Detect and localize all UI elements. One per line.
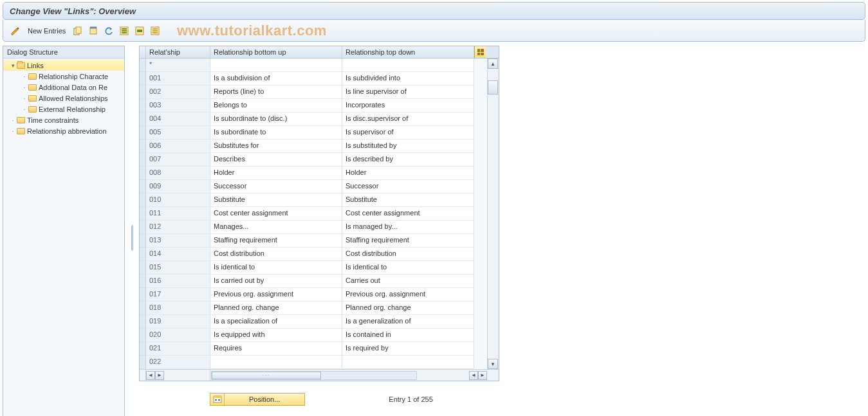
row-selector[interactable]	[140, 275, 146, 288]
row-selector[interactable]	[140, 315, 146, 329]
table-row[interactable]: 013Staffing requirementStaffing requirem…	[140, 234, 487, 248]
position-button[interactable]: Position...	[210, 393, 305, 406]
tree-toggle-icon[interactable]: ·	[21, 95, 28, 102]
cell-relationship[interactable]: 020	[146, 329, 210, 342]
row-selector[interactable]	[140, 356, 146, 369]
cell-bottom-up[interactable]: Substitutes for	[210, 140, 342, 153]
cell-top-down[interactable]: Is line supervisor of	[342, 86, 474, 99]
cell-relationship[interactable]: *	[146, 59, 210, 72]
cell-relationship[interactable]: 014	[146, 248, 210, 261]
row-selector[interactable]	[140, 126, 146, 140]
cell-relationship[interactable]: 015	[146, 261, 210, 275]
column-header-bottom-up[interactable]: Relationship bottom up	[210, 46, 342, 58]
cell-top-down[interactable]: Is contained in	[342, 329, 474, 342]
cell-relationship[interactable]: 003	[146, 99, 210, 113]
cell-top-down[interactable]: Is identical to	[342, 261, 474, 275]
table-settings-button[interactable]	[474, 46, 486, 58]
table-row[interactable]: *	[140, 59, 487, 72]
cell-top-down[interactable]: Is described by	[342, 153, 474, 167]
cell-top-down[interactable]: Holder	[342, 167, 474, 180]
cell-relationship[interactable]: 021	[146, 342, 210, 356]
column-header-top-down[interactable]: Relationship top down	[342, 46, 474, 58]
table-row[interactable]: 009SuccessorSuccessor	[140, 180, 487, 194]
cell-top-down[interactable]: Is required by	[342, 342, 474, 356]
cell-relationship[interactable]: 018	[146, 302, 210, 315]
cell-top-down[interactable]: Carries out	[342, 275, 474, 288]
table-row[interactable]: 019Is a specialization ofIs a generaliza…	[140, 315, 487, 329]
row-selector[interactable]	[140, 113, 146, 126]
new-entries-button[interactable]: New Entries	[25, 27, 68, 35]
row-selector[interactable]	[140, 153, 146, 167]
cell-top-down[interactable]	[342, 356, 474, 369]
splitter-handle-icon[interactable]	[131, 225, 133, 251]
cell-bottom-up[interactable]: Substitute	[210, 194, 342, 207]
vscroll-thumb[interactable]	[488, 80, 498, 95]
cell-bottom-up[interactable]: Is equipped with	[210, 329, 342, 342]
table-row[interactable]: 015Is identical toIs identical to	[140, 261, 487, 275]
cell-relationship[interactable]: 011	[146, 207, 210, 221]
cell-top-down[interactable]: Staffing requirement	[342, 234, 474, 248]
table-row[interactable]: 003Belongs toIncorporates	[140, 99, 487, 113]
cell-bottom-up[interactable]: Is subordinate to	[210, 126, 342, 140]
table-row[interactable]: 017Previous org. assignmentPrevious org.…	[140, 288, 487, 302]
cell-bottom-up[interactable]: Staffing requirement	[210, 234, 342, 248]
tree-node[interactable]: ·Additional Data on Re	[3, 82, 124, 93]
tree-node[interactable]: ·Relationship abbreviation	[3, 125, 124, 136]
cell-relationship[interactable]: 012	[146, 221, 210, 234]
copy-as-icon[interactable]	[72, 25, 84, 37]
table-row[interactable]: 010SubstituteSubstitute	[140, 194, 487, 207]
cell-bottom-up[interactable]: Belongs to	[210, 99, 342, 113]
row-selector[interactable]	[140, 140, 146, 153]
cell-top-down[interactable]: Planned org. change	[342, 302, 474, 315]
cell-bottom-up[interactable]: Manages...	[210, 221, 342, 234]
grid-hscroll-thumb[interactable]: ···	[212, 372, 321, 379]
cell-bottom-up[interactable]: Planned org. change	[210, 302, 342, 315]
tree-node[interactable]: ·Allowed Relationships	[3, 93, 124, 104]
tree-toggle-icon[interactable]: ·	[21, 84, 28, 91]
undo-change-icon[interactable]	[103, 25, 115, 37]
cell-bottom-up[interactable]: Requires	[210, 342, 342, 356]
cell-relationship[interactable]: 022	[146, 356, 210, 369]
tree-toggle-icon[interactable]: ·	[21, 106, 28, 113]
tree-toggle-icon[interactable]: ·	[10, 128, 16, 134]
row-selector[interactable]	[140, 288, 146, 302]
delete-icon[interactable]	[88, 25, 99, 37]
cell-bottom-up[interactable]: Describes	[210, 153, 342, 167]
deselect-all-icon[interactable]	[149, 25, 161, 37]
table-row[interactable]: 002Reports (line) toIs line supervisor o…	[140, 86, 487, 99]
table-row[interactable]: 006Substitutes forIs substituted by	[140, 140, 487, 153]
row-selector[interactable]	[140, 72, 146, 86]
cell-top-down[interactable]: Successor	[342, 180, 474, 194]
table-row[interactable]: 014Cost distributionCost distribution	[140, 248, 487, 261]
cell-bottom-up[interactable]: Previous org. assignment	[210, 288, 342, 302]
table-row[interactable]: 008HolderHolder	[140, 167, 487, 180]
cell-relationship[interactable]: 006	[146, 140, 210, 153]
cell-bottom-up[interactable]: Is carried out by	[210, 275, 342, 288]
table-row[interactable]: 016Is carried out byCarries out	[140, 275, 487, 288]
row-selector[interactable]	[140, 207, 146, 221]
row-selector[interactable]	[140, 221, 146, 234]
row-selector[interactable]	[140, 342, 146, 356]
table-row[interactable]: 007DescribesIs described by	[140, 153, 487, 167]
tree-toggle-icon[interactable]: ▾	[10, 62, 16, 69]
table-row[interactable]: 005Is subordinate toIs supervisor of	[140, 126, 487, 140]
row-selector[interactable]	[140, 234, 146, 248]
row-selector[interactable]	[140, 329, 146, 342]
grid-horizontal-scrollbar[interactable]: ◄ ► ··· ◄ ►	[140, 369, 499, 381]
cell-bottom-up[interactable]: Cost center assignment	[210, 207, 342, 221]
row-selector[interactable]	[140, 180, 146, 194]
vertical-scrollbar[interactable]: ▲ ▼	[487, 59, 499, 369]
cell-bottom-up[interactable]: Is identical to	[210, 261, 342, 275]
table-row[interactable]: 011Cost center assignmentCost center ass…	[140, 207, 487, 221]
table-row[interactable]: 012Manages...Is managed by...	[140, 221, 487, 234]
tree-node[interactable]: ·Relationship Characte	[3, 71, 124, 82]
cell-top-down[interactable]: Previous org. assignment	[342, 288, 474, 302]
grid-hscroll-left-2-icon[interactable]: ◄	[469, 371, 478, 380]
cell-top-down[interactable]	[342, 59, 474, 72]
cell-bottom-up[interactable]: Holder	[210, 167, 342, 180]
table-row[interactable]: 018Planned org. changePlanned org. chang…	[140, 302, 487, 315]
table-row[interactable]: 021RequiresIs required by	[140, 342, 487, 356]
cell-relationship[interactable]: 009	[146, 180, 210, 194]
grid-hscroll-track[interactable]: ···	[211, 371, 417, 380]
grid-hscroll-right-1-icon[interactable]: ►	[155, 371, 164, 380]
